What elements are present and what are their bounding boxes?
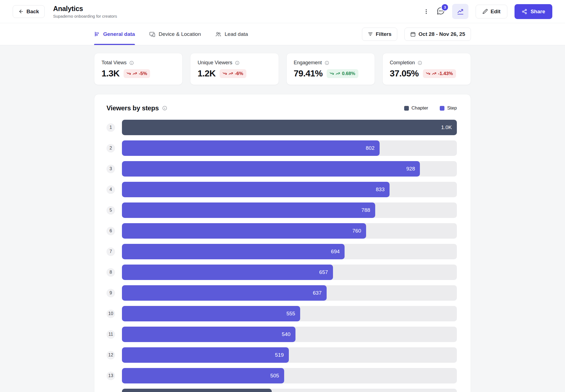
share-button[interactable]: Share (515, 4, 552, 19)
chart-legend: Chapter Step (404, 105, 457, 111)
stat-card: Unique Viewers 1.2K -6% (190, 53, 279, 85)
calendar-icon (410, 31, 416, 37)
bar-track: 637 (122, 285, 457, 301)
bar-value-label: 802 (366, 145, 375, 151)
bar-fill[interactable]: 788 (122, 202, 375, 218)
legend-label: Step (447, 105, 457, 111)
bar-fill[interactable]: 637 (122, 285, 327, 301)
bar-fill[interactable]: 657 (122, 265, 333, 280)
bar-value-label: 694 (331, 249, 340, 255)
info-icon[interactable] (129, 60, 134, 65)
legend-item: Step (440, 105, 457, 111)
step-number-badge: 2 (106, 144, 115, 153)
step-number-badge: 3 (106, 165, 115, 173)
bar-row: 14 (106, 389, 457, 392)
edit-label: Edit (491, 9, 500, 15)
trend-down-icon (223, 71, 227, 76)
bar-fill[interactable]: 928 (122, 161, 420, 177)
kebab-menu-icon[interactable] (423, 9, 429, 15)
users-icon (215, 31, 221, 37)
bar-fill[interactable]: 519 (122, 347, 289, 363)
step-number-badge: 11 (106, 330, 115, 339)
step-number-badge: 12 (106, 351, 115, 359)
legend-swatch (404, 106, 409, 111)
stats-row: Total Views 1.3K -5% Unique Viewers (94, 53, 471, 85)
bars-list: 1 1.0K 2 802 3 928 4 833 5 (106, 120, 457, 392)
stat-value: 1.2K (198, 68, 215, 79)
tabs: General data Device & Location Lead data (94, 23, 248, 45)
bar-fill[interactable]: 833 (122, 182, 390, 197)
bar-track: 928 (122, 161, 457, 177)
step-number-badge: 1 (106, 123, 115, 132)
share-icon (522, 9, 527, 14)
filters-button[interactable]: Filters (362, 28, 397, 41)
tab-lead-data[interactable]: Lead data (215, 23, 248, 45)
bar-value-label: 657 (319, 269, 328, 275)
tab-label: General data (103, 31, 135, 37)
stat-delta-badge: -5% (124, 69, 150, 78)
stat-card: Completion 37.05% -1.43% (382, 53, 471, 85)
bar-track: 802 (122, 140, 457, 156)
bar-fill[interactable]: 760 (122, 223, 366, 239)
page-subtitle: Supademo onboarding for creators (53, 14, 117, 18)
bar-track: 760 (122, 223, 457, 239)
trend-down-icon (330, 71, 334, 76)
bar-fill[interactable]: 555 (122, 306, 300, 321)
info-icon[interactable] (235, 60, 240, 65)
step-number-badge: 10 (106, 310, 115, 318)
trend-up-icon (133, 71, 137, 76)
step-number-badge: 8 (106, 268, 115, 277)
tab-device-location[interactable]: Device & Location (149, 23, 201, 45)
bar-row: 4 833 (106, 182, 457, 197)
share-label: Share (531, 9, 545, 15)
step-number-badge: 6 (106, 227, 115, 235)
trend-up-icon (432, 71, 436, 76)
top-bar-left: Back Analytics Supademo onboarding for c… (13, 5, 117, 18)
horizontal-bar-chart-icon (94, 31, 100, 37)
stat-delta-badge: -1.43% (423, 69, 456, 78)
tab-general-data[interactable]: General data (94, 23, 135, 45)
bar-fill[interactable] (122, 389, 272, 392)
comments-count-badge: 3 (442, 4, 448, 10)
legend-item: Chapter (404, 105, 428, 111)
info-icon[interactable] (162, 105, 167, 111)
stat-value: 37.05% (390, 68, 419, 79)
bar-fill[interactable]: 540 (122, 327, 295, 342)
bar-track: 1.0K (122, 120, 457, 135)
bar-fill[interactable]: 505 (122, 368, 284, 383)
bar-track: 833 (122, 182, 457, 197)
bar-row: 3 928 (106, 161, 457, 177)
trend-down-icon (426, 71, 430, 76)
info-icon[interactable] (417, 60, 422, 65)
bar-value-label: 540 (282, 331, 291, 337)
date-range-button[interactable]: Oct 28 - Nov 26, 25 (404, 28, 471, 41)
filter-lines-icon (368, 31, 373, 37)
back-button[interactable]: Back (13, 5, 45, 18)
bar-row: 6 760 (106, 223, 457, 239)
edit-button[interactable]: Edit (476, 5, 507, 18)
bar-value-label: 637 (313, 290, 322, 296)
stat-delta-value: 0.68% (342, 71, 355, 76)
top-bar-actions: 3 Edit Share (423, 4, 552, 19)
bar-row: 12 519 (106, 347, 457, 363)
bar-fill[interactable]: 802 (122, 140, 380, 156)
bar-row: 13 505 (106, 368, 457, 383)
bar-track (122, 389, 457, 392)
tab-label: Device & Location (159, 31, 201, 37)
analytics-view-button[interactable] (452, 4, 468, 19)
bar-value-label: 760 (352, 228, 361, 234)
bar-track: 505 (122, 368, 457, 383)
bar-fill[interactable]: 694 (122, 244, 345, 259)
bar-track: 555 (122, 306, 457, 321)
comments-button[interactable]: 3 (436, 7, 445, 16)
info-icon[interactable] (324, 60, 329, 65)
bar-fill[interactable]: 1.0K (122, 120, 457, 135)
legend-swatch (440, 106, 444, 111)
top-bar: Back Analytics Supademo onboarding for c… (0, 0, 565, 23)
stat-delta-value: -6% (235, 71, 243, 76)
pencil-icon (483, 9, 488, 14)
arrow-left-icon (18, 9, 24, 14)
stat-delta-value: -1.43% (438, 71, 453, 76)
bar-row: 11 540 (106, 327, 457, 342)
chart-title: Viewers by steps (106, 104, 159, 112)
